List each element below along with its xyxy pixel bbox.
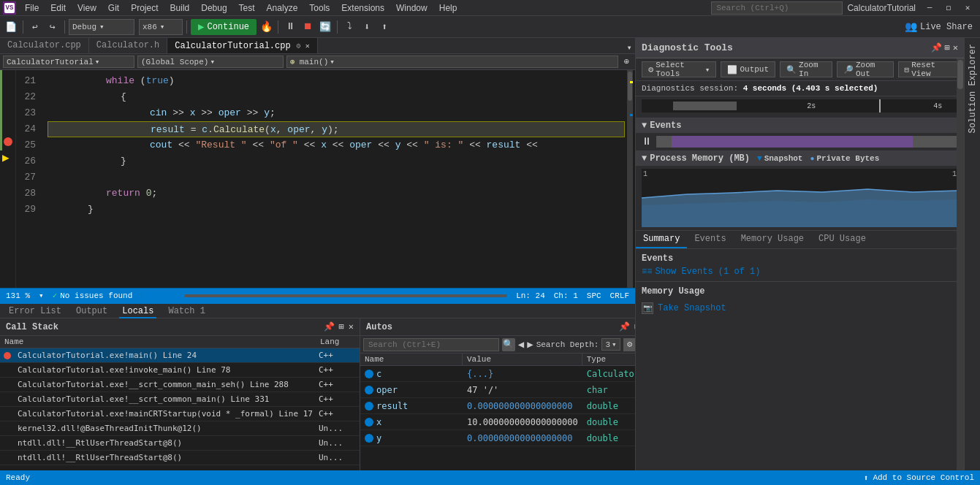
timeline-label-4s: 4s <box>933 102 942 110</box>
nav-back-btn[interactable]: ◀ <box>518 338 524 351</box>
tab-calculator-h[interactable]: Calculator.h <box>89 38 167 53</box>
diag-pin-btn[interactable]: 📌 <box>931 42 942 53</box>
diag-close-btn[interactable]: ✕ <box>953 42 958 53</box>
diag-scroll-thumb[interactable] <box>957 60 963 89</box>
step-over-btn[interactable]: ⤵ <box>341 19 357 35</box>
close-button[interactable]: ✕ <box>958 0 977 16</box>
restart-btn[interactable]: 🔄 <box>317 19 333 35</box>
select-tools-btn[interactable]: ⚙ Select Tools ▾ <box>642 61 716 77</box>
editor-status-bar: 131 % ▾ ✓ No issues found Ln: 24 Ch: 1 S… <box>0 288 635 302</box>
debug-mode-dropdown[interactable]: Debug▾ <box>69 19 134 35</box>
breakpoint-line24[interactable] <box>4 137 12 146</box>
diag-tab-cpu-usage[interactable]: CPU Usage <box>811 231 873 248</box>
diag-tab-summary[interactable]: Summary <box>636 231 687 248</box>
call-stack-dock-btn[interactable]: ⊞ <box>339 321 344 332</box>
function-dropdown[interactable]: ⊛ main()▾ <box>286 56 618 68</box>
diag-toolbar: ⚙ Select Tools ▾ ⬜ Output 🔍 Zoom In 🔎 Zo… <box>636 58 964 81</box>
new-project-btn[interactable]: 📄 <box>3 19 19 35</box>
editor-scrollbar[interactable] <box>625 70 635 288</box>
undo-btn[interactable]: ↩ <box>27 19 43 35</box>
menu-item-project[interactable]: Project <box>125 0 164 16</box>
call-stack-row-3[interactable]: CalculatorTutorial.exe!__scrt_common_mai… <box>0 392 360 407</box>
menu-item-edit[interactable]: Edit <box>45 0 72 16</box>
reset-view-btn[interactable]: ⊟ Reset View <box>898 61 958 77</box>
call-stack-row-6[interactable]: ntdll.dll!__RtlUserThreadStart@8()Un... <box>0 436 360 451</box>
zoom-dropdown-btn[interactable]: ▾ <box>39 291 44 300</box>
take-snapshot-btn[interactable]: 📷 Take Snapshot <box>642 299 958 317</box>
autos-search-input[interactable] <box>363 338 499 351</box>
menu-item-build[interactable]: Build <box>164 0 196 16</box>
call-stack-row-1[interactable]: CalculatorTutorial.exe!invoke_main() Lin… <box>0 363 360 378</box>
nav-fwd-btn[interactable]: ▶ <box>527 338 533 351</box>
menu-item-test[interactable]: Test <box>233 0 261 16</box>
editor-expand-btn[interactable]: ⊕ <box>621 56 632 67</box>
tab-locals[interactable]: Locals <box>119 304 156 318</box>
autos-row-4[interactable]: y0.000000000000000000double <box>360 430 635 446</box>
tab-watch1[interactable]: Watch 1 <box>165 304 208 318</box>
process-memory-header[interactable]: ▼ Process Memory (MB) ▼ Snapshot ● Priva… <box>636 151 964 166</box>
menu-bar: VS FileEditViewGitProjectBuildDebugTestA… <box>0 0 980 16</box>
diag-tab-events[interactable]: Events <box>687 231 733 248</box>
autos-row-3[interactable]: x10.000000000000000000double <box>360 414 635 430</box>
call-stack-row-7[interactable]: ntdll.dll!__RtlUserThreadStart@8()Un... <box>0 451 360 465</box>
stop-btn[interactable]: ⏹ <box>300 19 316 35</box>
project-dropdown[interactable]: CalculatorTutorial▾ <box>3 56 134 68</box>
tab-collapse-btn[interactable]: ▾ <box>623 42 635 53</box>
menu-item-window[interactable]: Window <box>390 0 433 16</box>
zoom-in-btn[interactable]: 🔍 Zoom In <box>780 61 832 77</box>
restore-button[interactable]: ◻ <box>939 0 958 16</box>
tab-close-icon[interactable]: ✕ <box>305 42 310 50</box>
solution-explorer-label[interactable]: Solution Explorer <box>965 38 981 139</box>
step-out-btn[interactable]: ⬆ <box>376 19 392 35</box>
menu-item-help[interactable]: Help <box>433 0 463 16</box>
redo-btn[interactable]: ↪ <box>45 19 61 35</box>
show-events-btn[interactable]: ≡≡ Show Events (1 of 1) <box>642 267 958 277</box>
autos-row-1[interactable]: oper47 '/'char <box>360 382 635 398</box>
menu-item-debug[interactable]: Debug <box>195 0 232 16</box>
tab-output[interactable]: Output <box>73 304 110 318</box>
call-stack-row-0[interactable]: CalculatorTutorial.exe!main() Line 24C++ <box>0 348 360 363</box>
call-stack-close-btn[interactable]: ✕ <box>349 321 354 332</box>
menu-item-git[interactable]: Git <box>102 0 125 16</box>
zoom-out-btn[interactable]: 🔎 Zoom Out <box>837 61 894 77</box>
tab-calculatortutorial-cpp[interactable]: CalculatorTutorial.cpp ⚙ ✕ <box>167 38 318 53</box>
diag-tab-memory-usage[interactable]: Memory Usage <box>734 231 811 248</box>
search-input[interactable] <box>711 1 843 15</box>
autos-settings-btn[interactable]: ⚙ <box>623 338 635 351</box>
fire-btn[interactable]: 🔥 <box>258 19 274 35</box>
scrollbar-horizontal[interactable] <box>141 294 507 297</box>
tab-error-list[interactable]: Error List <box>6 304 64 318</box>
autos-row-2[interactable]: result0.000000000000000000double <box>360 398 635 414</box>
call-stack-row-2[interactable]: CalculatorTutorial.exe!__scrt_common_mai… <box>0 378 360 392</box>
menu-item-tools[interactable]: Tools <box>303 0 335 16</box>
menu-item-extensions[interactable]: Extensions <box>335 0 390 16</box>
search-depth-dropdown[interactable]: 3▾ <box>601 338 620 351</box>
code-lines[interactable]: while (true) { cin >> x >> oper >> y; re… <box>42 70 625 288</box>
cs-row-lang-4: C++ <box>316 409 360 419</box>
events-section-header[interactable]: ▼ Events <box>636 118 964 133</box>
h-scroll-thumb[interactable] <box>141 294 185 297</box>
live-share-btn[interactable]: 👥 Live Share <box>900 20 977 33</box>
scope-dropdown[interactable]: (Global Scope)▾ <box>137 56 284 68</box>
scroll-thumb[interactable] <box>628 72 632 101</box>
tab-settings-icon[interactable]: ⚙ <box>297 42 301 50</box>
menu-item-analyze[interactable]: Analyze <box>261 0 304 16</box>
autos-pin-btn[interactable]: 📌 <box>619 321 630 332</box>
tab-calculator-cpp[interactable]: Calculator.cpp <box>0 38 89 53</box>
call-stack-pin-btn[interactable]: 📌 <box>324 321 335 332</box>
arch-dropdown[interactable]: x86▾ <box>139 19 183 35</box>
continue-button[interactable]: ▶ Continue <box>191 19 257 35</box>
events-pause-btn[interactable]: ⏸ <box>642 136 652 148</box>
diag-dock-btn[interactable]: ⊞ <box>945 42 950 53</box>
pause-btn[interactable]: ⏸ <box>282 19 298 35</box>
menu-item-view[interactable]: View <box>72 0 102 16</box>
menu-item-file[interactable]: File <box>19 0 45 16</box>
diag-scrollbar[interactable] <box>957 58 964 470</box>
minimize-button[interactable]: ─ <box>920 0 939 16</box>
call-stack-row-4[interactable]: CalculatorTutorial.exe!mainCRTStartup(vo… <box>0 407 360 421</box>
call-stack-row-5[interactable]: kernel32.dll!@BaseThreadInitThunk@12()Un… <box>0 421 360 436</box>
step-into-btn[interactable]: ⬇ <box>359 19 375 35</box>
autos-search-btn[interactable]: 🔍 <box>502 338 515 351</box>
output-btn[interactable]: ⬜ Output <box>721 61 775 77</box>
autos-row-0[interactable]: c{...}Calculator <box>360 366 635 382</box>
